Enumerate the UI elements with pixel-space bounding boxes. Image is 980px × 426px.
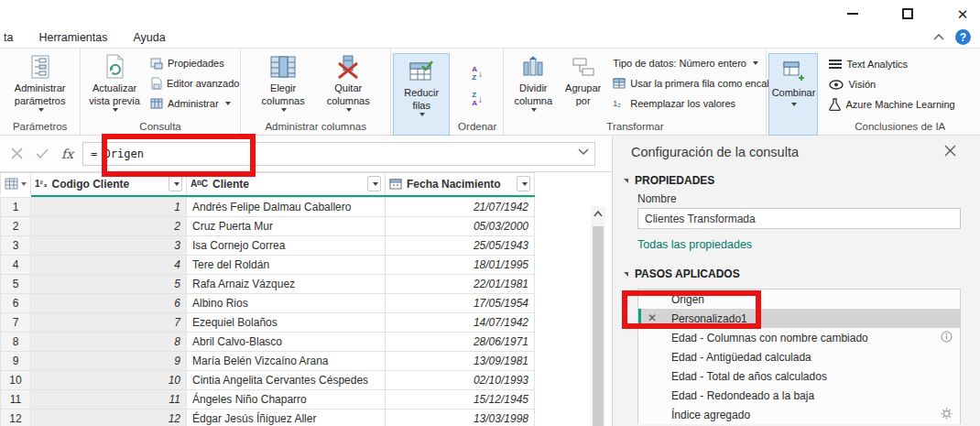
panel-close-button[interactable] xyxy=(944,145,956,157)
menu-tab-vista[interactable]: ta xyxy=(0,31,26,44)
azure-ml-flask-icon xyxy=(829,98,841,111)
cell-cliente[interactable]: Édgar Jesús Íñiguez Aller xyxy=(187,410,386,426)
row-number[interactable]: 3 xyxy=(1,236,31,256)
row-number[interactable]: 6 xyxy=(1,294,31,313)
cell-codigo[interactable]: 6 xyxy=(31,294,187,313)
filter-dropdown-button[interactable] xyxy=(517,176,530,191)
fx-icon[interactable]: fx xyxy=(61,147,73,161)
cell-fecha[interactable]: 17/05/1954 xyxy=(386,294,535,313)
agrupar-por-button[interactable]: Agrupar por xyxy=(562,51,604,117)
cell-cliente[interactable]: Rafa Arnaiz Vázquez xyxy=(187,275,386,294)
step-edad-redondeado[interactable]: Edad - Redondeado a la baja xyxy=(638,386,960,405)
column-header-fecha-nacimiento[interactable]: Fecha Nacimiento xyxy=(386,173,535,195)
pasos-section-header[interactable]: PASOS APLICADOS xyxy=(624,268,740,280)
cell-codigo[interactable]: 10 xyxy=(31,371,187,390)
all-properties-link[interactable]: Todas las propiedades xyxy=(637,238,752,251)
cell-codigo[interactable]: 9 xyxy=(31,352,187,371)
administrar-button[interactable]: Administrar xyxy=(150,93,240,114)
cell-fecha[interactable]: 05/03/2000 xyxy=(386,217,535,236)
formula-expand-button[interactable] xyxy=(578,148,589,156)
row-number[interactable]: 4 xyxy=(1,256,31,275)
reducir-filas-button[interactable]: Reducir filas xyxy=(394,54,448,135)
cell-codigo[interactable]: 2 xyxy=(31,217,187,236)
cell-cliente[interactable]: Ángeles Niño Chaparro xyxy=(187,390,386,410)
propiedades-button[interactable]: Propiedades xyxy=(150,53,240,73)
sort-descending-button[interactable]: Z A ↓ xyxy=(472,91,483,109)
cell-codigo[interactable]: 4 xyxy=(31,256,187,275)
row-number[interactable]: 1 xyxy=(1,198,31,217)
cell-fecha[interactable]: 22/01/1981 xyxy=(386,275,535,294)
administrar-parametros-button[interactable]: Administrar parámetros xyxy=(12,51,69,117)
cell-codigo[interactable]: 3 xyxy=(31,236,187,256)
row-number[interactable]: 7 xyxy=(1,313,31,333)
menu-tab-herramientas[interactable]: Herramientas xyxy=(26,31,120,44)
cell-fecha[interactable]: 18/01/1995 xyxy=(386,256,535,275)
info-icon[interactable] xyxy=(941,331,953,343)
editor-avanzado-button[interactable]: Editor avanzado xyxy=(150,73,240,93)
vision-button[interactable]: Visión xyxy=(829,74,876,94)
cell-fecha[interactable]: 13/03/1998 xyxy=(386,410,535,426)
propiedades-section-header[interactable]: PROPIEDADES xyxy=(624,174,714,187)
cell-codigo[interactable]: 1 xyxy=(31,198,187,217)
close-button[interactable]: ✕ xyxy=(953,5,973,22)
filter-dropdown-button[interactable] xyxy=(169,176,182,191)
cell-codigo[interactable]: 7 xyxy=(31,313,187,333)
row-number[interactable]: 11 xyxy=(1,390,31,410)
quitar-columnas-button[interactable]: Quitar columnas xyxy=(324,51,373,117)
row-number[interactable]: 8 xyxy=(1,333,31,352)
cell-codigo[interactable]: 5 xyxy=(31,275,187,294)
collapse-ribbon-button[interactable] xyxy=(933,34,944,41)
propiedades-label: Propiedades xyxy=(168,58,224,69)
combinar-button[interactable]: Combinar xyxy=(769,54,817,135)
minimize-button[interactable] xyxy=(843,5,863,22)
scrollbar-thumb[interactable] xyxy=(593,226,604,426)
cell-fecha[interactable]: 25/05/1943 xyxy=(386,236,535,256)
help-button[interactable]: ? xyxy=(955,29,971,45)
scroll-up-button[interactable] xyxy=(591,206,605,221)
cell-fecha[interactable]: 13/09/1981 xyxy=(386,352,535,371)
step-edad-total[interactable]: Edad - Total de años calculados xyxy=(638,366,960,386)
row-number[interactable]: 2 xyxy=(1,217,31,236)
menu-tab-ayuda[interactable]: Ayuda xyxy=(120,31,178,44)
elegir-columnas-button[interactable]: Elegir columnas xyxy=(259,51,308,117)
gear-icon[interactable] xyxy=(941,408,953,420)
cell-cliente[interactable]: Tere del Roldán xyxy=(187,256,386,275)
cell-cliente[interactable]: Isa Cornejo Correa xyxy=(187,236,386,256)
cell-cliente[interactable]: Cruz Puerta Mur xyxy=(187,217,386,236)
row-number[interactable]: 10 xyxy=(1,371,31,390)
cell-fecha[interactable]: 15/12/1945 xyxy=(386,390,535,410)
cell-fecha[interactable]: 14/07/1942 xyxy=(386,313,535,333)
actualizar-vista-previa-label: Actualizar vista previa xyxy=(89,82,140,108)
cell-fecha[interactable]: 28/06/1971 xyxy=(386,333,535,352)
cell-codigo[interactable]: 8 xyxy=(31,333,187,352)
row-number[interactable]: 12 xyxy=(1,410,31,426)
cell-cliente[interactable]: Ezequiel Bolaños xyxy=(187,313,386,333)
cell-cliente[interactable]: Albino Rios xyxy=(187,294,386,313)
row-number[interactable]: 5 xyxy=(1,275,31,294)
query-name-input[interactable]: Clientes Transformada xyxy=(637,208,961,229)
dividir-columna-button[interactable]: Dividir columna xyxy=(511,51,555,117)
step-indice-agregado[interactable]: Índice agregado xyxy=(638,405,960,424)
cell-cliente[interactable]: María Belén Vizcaíno Arana xyxy=(187,352,386,371)
formula-cancel-icon[interactable] xyxy=(11,147,23,159)
cell-fecha[interactable]: 02/10/1993 xyxy=(386,371,535,390)
vertical-scrollbar[interactable] xyxy=(591,206,605,426)
cell-fecha[interactable]: 21/07/1942 xyxy=(386,198,535,217)
text-analytics-button[interactable]: Text Analytics xyxy=(829,54,908,74)
cell-codigo[interactable]: 12 xyxy=(31,410,187,426)
formula-confirm-icon[interactable] xyxy=(36,148,49,159)
select-all-button[interactable] xyxy=(1,173,31,195)
cell-cliente[interactable]: Abril Calvo-Blasco xyxy=(187,333,386,352)
row-number[interactable]: 9 xyxy=(1,352,31,371)
cell-cliente[interactable]: Cintia Angelita Cervantes Céspedes xyxy=(187,371,386,390)
step-edad-antiguedad[interactable]: Edad - Antigüedad calculada xyxy=(638,347,960,366)
actualizar-vista-previa-button[interactable]: Actualizar vista previa xyxy=(86,51,143,117)
step-edad-columnas[interactable]: Edad - Columnas con nombre cambiado xyxy=(638,328,960,347)
sort-ascending-button[interactable]: A Z ↓ xyxy=(472,65,483,83)
cell-codigo[interactable]: 11 xyxy=(31,390,187,410)
cell-cliente[interactable]: Andrés Felipe Dalmau Caballero xyxy=(187,198,386,217)
azure-ml-button[interactable]: Azure Machine Learning xyxy=(829,94,954,115)
maximize-button[interactable] xyxy=(898,5,918,22)
filter-dropdown-button[interactable] xyxy=(367,176,381,191)
table-row: 22Cruz Puerta Mur05/03/2000 xyxy=(1,217,535,236)
